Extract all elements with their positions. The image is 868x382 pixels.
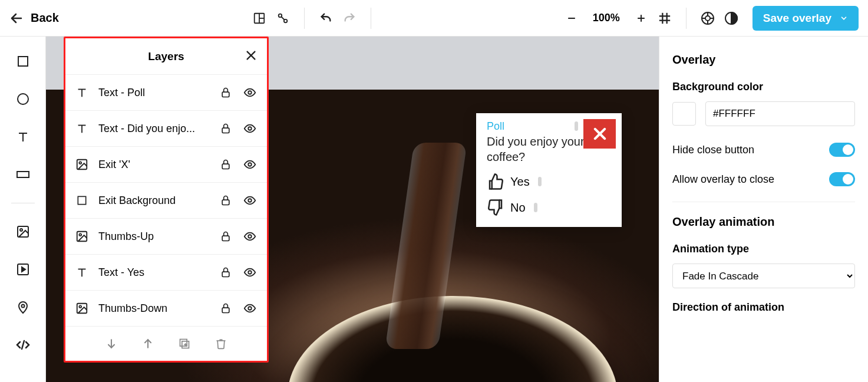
close-icon[interactable]	[245, 49, 258, 62]
svg-point-26	[20, 229, 22, 231]
allow-close-toggle[interactable]	[829, 172, 855, 186]
move-down-icon[interactable]	[105, 338, 117, 350]
redo-icon[interactable]	[342, 11, 357, 25]
tool-pin-icon[interactable]	[15, 299, 31, 315]
lock-icon[interactable]	[220, 266, 234, 278]
bg-color-label: Background color	[672, 81, 855, 93]
svg-point-57	[79, 305, 81, 308]
visibility-icon[interactable]	[243, 266, 258, 279]
layer-row[interactable]: Exit Background	[65, 183, 267, 219]
layers-panel-title: Layers	[148, 50, 184, 63]
hide-close-toggle[interactable]	[829, 143, 855, 157]
arrow-left-icon	[9, 11, 24, 25]
drag-handle-icon[interactable]	[534, 203, 537, 212]
properties-panel: Overlay Background color Hide close butt…	[659, 37, 868, 382]
snap-icon[interactable]	[276, 11, 290, 25]
layer-type-icon	[75, 195, 89, 206]
svg-rect-54	[222, 272, 229, 276]
animation-type-select[interactable]: Fade In Cascade	[672, 264, 855, 288]
zoom-in-icon[interactable]	[634, 11, 648, 25]
tool-code-icon[interactable]	[15, 337, 31, 353]
svg-point-47	[248, 199, 252, 202]
tool-rectangle-icon[interactable]	[15, 53, 31, 70]
visibility-icon[interactable]	[243, 194, 258, 207]
duplicate-icon[interactable]	[179, 338, 190, 350]
layers-panel-footer	[65, 327, 267, 361]
svg-rect-43	[222, 164, 229, 169]
lock-icon[interactable]	[220, 230, 234, 242]
lock-icon[interactable]	[220, 195, 234, 206]
visibility-icon[interactable]	[243, 158, 258, 171]
back-label: Back	[31, 11, 59, 25]
grid-icon[interactable]	[658, 11, 672, 25]
lock-icon[interactable]	[220, 87, 234, 98]
layer-label: Text - Poll	[98, 87, 210, 99]
svg-rect-45	[78, 196, 85, 204]
svg-point-44	[248, 163, 252, 166]
visibility-icon[interactable]	[243, 230, 258, 243]
back-button[interactable]: Back	[9, 11, 59, 25]
animation-section-title: Overlay animation	[672, 215, 855, 229]
visibility-icon[interactable]	[243, 86, 258, 99]
bg-color-input[interactable]	[705, 101, 855, 126]
overlay-preview[interactable]: Poll Did you enjoy your coffee? Yes No	[476, 113, 622, 227]
chevron-down-icon	[840, 14, 848, 22]
svg-rect-50	[222, 236, 229, 241]
contrast-icon[interactable]	[724, 11, 738, 25]
bg-color-swatch[interactable]	[672, 102, 696, 126]
top-toolbar: Back 100%	[0, 0, 868, 37]
delete-icon[interactable]	[215, 337, 227, 350]
lock-icon[interactable]	[220, 123, 234, 134]
lock-icon[interactable]	[220, 302, 234, 314]
overlay-no-option[interactable]: No	[487, 199, 611, 216]
svg-rect-39	[222, 128, 229, 133]
tool-image-icon[interactable]	[15, 223, 31, 240]
layer-row[interactable]: Exit 'X'	[65, 147, 267, 183]
zoom-out-icon[interactable]	[565, 11, 579, 25]
layer-label: Exit 'X'	[98, 159, 210, 171]
move-up-icon[interactable]	[142, 338, 154, 350]
visibility-icon[interactable]	[243, 122, 258, 135]
tool-video-icon[interactable]	[15, 261, 31, 278]
save-label: Save overlay	[763, 12, 831, 25]
layer-row[interactable]: Text - Did you enjo...	[65, 111, 267, 147]
layer-row[interactable]: Text - Poll	[65, 75, 267, 111]
overlay-close-button[interactable]	[583, 119, 616, 149]
tool-circle-icon[interactable]	[15, 91, 31, 107]
thumbs-up-icon	[487, 173, 504, 190]
overlay-yes-option[interactable]: Yes	[487, 173, 611, 190]
tool-button-icon[interactable]	[15, 166, 31, 183]
svg-point-55	[248, 271, 252, 274]
svg-rect-46	[222, 200, 229, 205]
drag-handle-icon[interactable]	[575, 121, 578, 131]
layer-label: Thumbs-Up	[98, 230, 210, 243]
animation-type-label: Animation type	[672, 243, 855, 255]
save-button[interactable]: Save overlay	[753, 6, 859, 31]
layer-row[interactable]: Thumbs-Up	[65, 219, 267, 255]
svg-line-30	[22, 341, 24, 349]
svg-rect-24	[17, 172, 29, 177]
lock-icon[interactable]	[220, 159, 234, 170]
svg-rect-20	[18, 57, 28, 66]
layer-type-icon	[75, 266, 89, 279]
drag-handle-icon[interactable]	[538, 177, 542, 186]
layer-type-icon	[75, 86, 89, 99]
thumbs-down-icon	[487, 199, 504, 216]
svg-point-51	[248, 235, 252, 238]
svg-point-14	[705, 16, 710, 21]
layer-label: Thumbs-Down	[98, 302, 210, 315]
undo-icon[interactable]	[319, 11, 333, 25]
help-icon[interactable]	[701, 11, 715, 25]
tool-text-icon[interactable]	[15, 129, 31, 145]
layers-panel: Layers Text - PollText - Did you enjo...…	[64, 37, 269, 363]
svg-marker-28	[22, 267, 25, 272]
visibility-icon[interactable]	[243, 302, 258, 315]
canvas[interactable]: Layers Text - PollText - Did you enjo...…	[46, 37, 659, 382]
layer-label: Text - Yes	[98, 266, 210, 279]
layout-icon[interactable]	[252, 11, 266, 25]
svg-point-36	[248, 91, 252, 94]
overlay-no-label: No	[510, 201, 526, 215]
allow-close-label: Allow overlay to close	[672, 173, 774, 186]
layer-row[interactable]: Thumbs-Down	[65, 291, 267, 327]
layer-row[interactable]: Text - Yes	[65, 255, 267, 291]
